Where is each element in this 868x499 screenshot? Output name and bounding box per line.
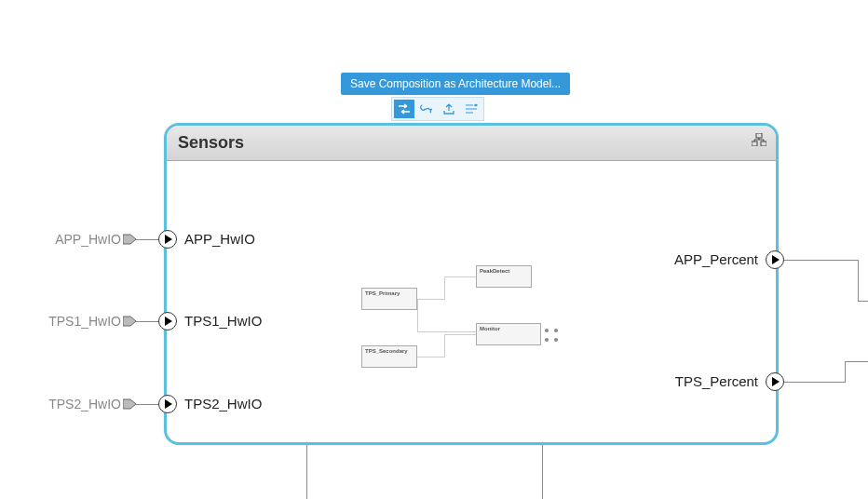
int-label-tps2-hwio: TPS2_HwIO <box>184 396 262 411</box>
inner-block-tps-secondary[interactable]: TPS_Secondary <box>361 345 417 368</box>
inner-wire <box>444 334 476 335</box>
inner-block-peakdetect[interactable]: PeakDetect <box>476 265 532 288</box>
svg-rect-2 <box>761 142 766 146</box>
inner-block-monitor[interactable]: Monitor <box>476 323 541 345</box>
swap-icon[interactable] <box>394 100 414 118</box>
in-port-app-hwio[interactable] <box>158 230 177 249</box>
inner-wire <box>417 331 476 332</box>
in-port-tps1-hwio[interactable] <box>158 312 177 330</box>
inner-wire <box>444 334 445 357</box>
inner-wire <box>444 276 445 300</box>
wire <box>845 361 846 383</box>
action-toolbar <box>391 97 484 121</box>
ext-label-tps1-hwio: TPS1_HwIO <box>28 314 121 329</box>
wire <box>542 445 543 499</box>
out-port-app-percent[interactable] <box>766 250 784 269</box>
inner-port-dot <box>545 338 549 342</box>
inner-wire <box>417 357 445 357</box>
export-icon[interactable] <box>439 100 459 118</box>
hierarchy-icon <box>752 133 766 150</box>
ext-label-app-hwio: APP_HwIO <box>37 232 121 247</box>
wire <box>858 260 859 301</box>
int-label-tps1-hwio: TPS1_HwIO <box>184 313 262 329</box>
ext-port-app-hwio[interactable] <box>123 233 136 246</box>
inner-port-dot <box>554 329 558 332</box>
inner-wire <box>417 299 445 300</box>
ext-port-tps2-hwio[interactable] <box>123 398 136 411</box>
int-label-app-hwio: APP_HwIO <box>184 231 255 247</box>
wire <box>845 361 868 362</box>
ext-port-tps1-hwio[interactable] <box>123 315 136 328</box>
wire <box>858 301 868 302</box>
inner-wire <box>444 276 476 277</box>
wire <box>784 382 846 383</box>
inner-port-dot <box>554 338 558 342</box>
align-icon[interactable] <box>461 100 481 118</box>
inner-block-tps-primary[interactable]: TPS_Primary <box>361 288 417 310</box>
wire <box>784 260 859 261</box>
ext-label-tps2-hwio: TPS2_HwIO <box>28 397 121 411</box>
save-tooltip: Save Composition as Architecture Model..… <box>341 73 570 95</box>
inner-port-dot <box>545 329 549 332</box>
out-label-app-percent: APP_Percent <box>652 251 758 267</box>
block-header: Sensors <box>167 126 776 161</box>
wire <box>306 445 307 499</box>
link-icon[interactable] <box>416 100 437 118</box>
in-port-tps2-hwio[interactable] <box>158 395 177 413</box>
svg-rect-0 <box>756 133 762 138</box>
block-title: Sensors <box>178 133 244 153</box>
svg-rect-1 <box>752 142 757 146</box>
out-label-tps-percent: TPS_Percent <box>652 373 758 389</box>
inner-wire <box>417 299 418 332</box>
out-port-tps-percent[interactable] <box>766 372 784 391</box>
